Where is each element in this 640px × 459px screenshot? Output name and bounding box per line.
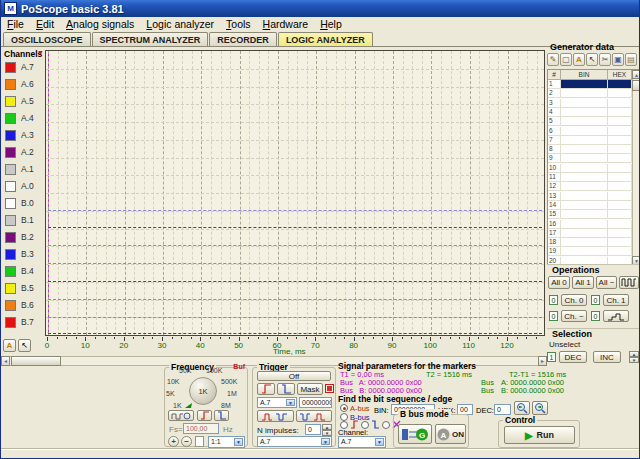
dropdown-arrow-icon[interactable]: ▼: [286, 399, 295, 406]
scroll-left-button[interactable]: ◄: [1, 356, 10, 366]
channel-1-button[interactable]: Ch. 1: [603, 294, 629, 306]
ratio-select[interactable]: 1:1 ▼: [208, 436, 245, 448]
channel-row-A.1[interactable]: A.1: [1, 163, 44, 178]
generator-table[interactable]: # BIN HEX 123456789101112131415161718192…: [547, 69, 640, 265]
a-bus-label[interactable]: A-bus: [350, 404, 370, 413]
channel-color-swatch[interactable]: [5, 96, 16, 107]
hex-cell[interactable]: [608, 117, 632, 125]
bin-cell[interactable]: [561, 229, 608, 237]
zoom-out-button[interactable]: −: [181, 436, 192, 447]
trigger-channel-select[interactable]: A.7 ▼: [257, 436, 332, 447]
channel-row-A.5[interactable]: A.5: [1, 95, 44, 110]
dropdown-arrow-icon[interactable]: ▼: [234, 438, 243, 446]
channel-row-A.2[interactable]: A.2: [1, 146, 44, 161]
bin-cell[interactable]: [561, 108, 608, 116]
spinner-down-icon[interactable]: ▼: [629, 357, 639, 363]
bin-cell[interactable]: [561, 238, 608, 246]
channel-color-swatch[interactable]: [5, 181, 16, 192]
menu-help[interactable]: Help: [314, 18, 348, 30]
bin-cell[interactable]: [561, 173, 608, 181]
generator-row[interactable]: 9: [548, 154, 632, 163]
channel-color-swatch[interactable]: [5, 283, 16, 294]
generator-scroll-up[interactable]: ▲: [632, 70, 640, 79]
channel-color-swatch[interactable]: [5, 147, 16, 158]
a-bus-radio[interactable]: [340, 404, 348, 412]
all-zero-button[interactable]: All 0: [548, 276, 570, 289]
hex-cell[interactable]: [608, 173, 632, 181]
trigger-flag-icon[interactable]: [325, 384, 334, 393]
channel-row-B.3[interactable]: B.3: [1, 248, 44, 263]
fs-field[interactable]: 100,00: [183, 423, 219, 434]
page-icon[interactable]: [195, 436, 204, 447]
channel-color-swatch[interactable]: [5, 249, 16, 260]
channel-row-A.0[interactable]: A.0: [1, 180, 44, 195]
dec-field[interactable]: 0: [494, 404, 511, 415]
scroll-right-button[interactable]: ►: [538, 356, 547, 366]
channel-row-B.5[interactable]: B.5: [1, 282, 44, 297]
channel-color-swatch[interactable]: [5, 317, 16, 328]
trigger-falling-button[interactable]: [277, 383, 295, 395]
channel-color-swatch[interactable]: [5, 300, 16, 311]
generator-row[interactable]: 8: [548, 145, 632, 154]
n-impulses-spinner[interactable]: ▲ ▼: [322, 424, 332, 436]
hex-cell[interactable]: [608, 136, 632, 144]
bin-cell[interactable]: [561, 220, 608, 228]
pattern-fill-button[interactable]: [619, 276, 639, 289]
font-icon[interactable]: A: [573, 53, 585, 66]
channel-row-A.6[interactable]: A.6: [1, 78, 44, 93]
channel-color-swatch[interactable]: [5, 164, 16, 175]
channel-row-B.2[interactable]: B.2: [1, 231, 44, 246]
find-channel-select[interactable]: A.7 ▼: [338, 436, 386, 448]
hex-cell[interactable]: [608, 238, 632, 246]
n-impulses-field[interactable]: 0: [305, 424, 321, 435]
bit-value-0[interactable]: 0: [549, 295, 558, 305]
menu-file[interactable]: File: [1, 18, 30, 30]
all-invert-button[interactable]: All ~: [596, 276, 617, 289]
channel-row-A.4[interactable]: A.4: [1, 112, 44, 127]
bit-value-3[interactable]: 0: [591, 311, 600, 321]
channel-font-button[interactable]: A: [3, 339, 16, 352]
bin-cell[interactable]: [561, 117, 608, 125]
pattern-search-right-button[interactable]: [296, 410, 332, 422]
waveform-mode-button[interactable]: [168, 410, 194, 421]
bin-cell[interactable]: [561, 136, 608, 144]
channel-color-swatch[interactable]: [5, 62, 16, 73]
select-cursor-icon[interactable]: ↖: [586, 53, 598, 66]
zoom-in-button[interactable]: +: [168, 436, 179, 447]
hex-cell[interactable]: [608, 164, 632, 172]
mask-button[interactable]: Mask: [297, 383, 323, 395]
generator-row[interactable]: 17: [548, 229, 632, 238]
generator-row[interactable]: 12: [548, 182, 632, 191]
generator-row[interactable]: 10: [548, 164, 632, 173]
trigger-rising-button[interactable]: [257, 383, 275, 395]
channel-cursor-button[interactable]: ↖: [18, 339, 31, 352]
generator-row[interactable]: 14: [548, 201, 632, 210]
selection-value[interactable]: 1: [547, 352, 556, 362]
bin-cell[interactable]: [561, 154, 608, 162]
col-bin[interactable]: BIN: [561, 70, 608, 79]
generator-row[interactable]: 4: [548, 108, 632, 117]
menu-tools[interactable]: Tools: [220, 18, 257, 30]
bin-cell[interactable]: [561, 89, 608, 97]
channel-color-swatch[interactable]: [5, 79, 16, 90]
trigger-source-select[interactable]: A.7 ▼: [257, 397, 297, 408]
channel-row-B.4[interactable]: B.4: [1, 265, 44, 280]
generator-row[interactable]: 6: [548, 127, 632, 136]
generator-row[interactable]: 7: [548, 136, 632, 145]
hex-cell[interactable]: [608, 154, 632, 162]
tab-spectrum-analyzer[interactable]: SPECTRUM ANALYZER: [92, 32, 209, 47]
bin-cell[interactable]: [561, 182, 608, 190]
channel-color-swatch[interactable]: [5, 215, 16, 226]
trigger-off-button[interactable]: Off: [257, 371, 331, 381]
channel-row-B.0[interactable]: B.0: [1, 197, 44, 212]
channel-row-B.1[interactable]: B.1: [1, 214, 44, 229]
channel-color-swatch[interactable]: [5, 232, 16, 243]
rising-edge-mode-button[interactable]: [197, 410, 212, 421]
b-bus-analyzer-toggle[interactable]: A ON: [435, 424, 466, 444]
horizontal-scroll-thumb[interactable]: [11, 356, 61, 366]
hex-cell[interactable]: [608, 145, 632, 153]
all-one-button[interactable]: All 1: [572, 276, 594, 289]
channel-color-swatch[interactable]: [5, 113, 16, 124]
generator-row[interactable]: 13: [548, 192, 632, 201]
generator-row[interactable]: 3: [548, 99, 632, 108]
